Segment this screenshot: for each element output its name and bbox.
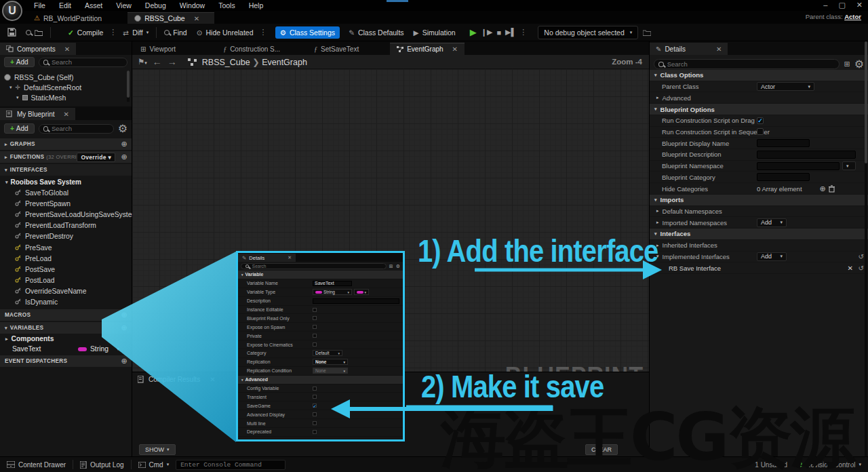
details-search[interactable]	[654, 59, 840, 69]
interface-function-savetoglobal[interactable]: SaveToGlobal	[0, 187, 132, 198]
section-functions[interactable]: ▸ FUNCTIONS (32 OVERRIDABLE) Override ▾ …	[0, 151, 132, 163]
tree-item-static-mesh[interactable]: ▾ StaticMesh	[4, 92, 132, 102]
simulation-button[interactable]: ▶ Simulation	[409, 26, 460, 39]
parent-class-link[interactable]: Actor	[844, 13, 861, 20]
row-advanced-collapsed[interactable]: ▸Advanced	[650, 92, 868, 104]
menu-view[interactable]: View	[116, 1, 132, 9]
tab-rbss-cube[interactable]: RBSS_Cube ✕	[127, 12, 214, 24]
minimize-icon[interactable]: –	[823, 1, 827, 9]
hide-unrelated-button[interactable]: ⊙ Hide Unrelated	[192, 26, 258, 39]
my-blueprint-search-input[interactable]	[52, 125, 109, 132]
inset-search-box[interactable]	[241, 263, 387, 269]
expand-arrow-icon[interactable]: ▾	[16, 95, 19, 100]
menu-tools[interactable]: Tools	[218, 1, 235, 9]
advanced-display-checkbox[interactable]	[313, 412, 317, 416]
row-rb-save-interface[interactable]: RB Save Interface ✕ ↺	[650, 262, 868, 274]
bp-display-name-input[interactable]	[757, 139, 810, 147]
components-search[interactable]	[39, 58, 127, 67]
implemented-interfaces-add-dropdown[interactable]: Add▾	[757, 252, 787, 261]
remove-interface-icon[interactable]: ✕	[848, 264, 853, 272]
display-filter-icon[interactable]: ⊞	[389, 264, 393, 269]
interface-function-postload[interactable]: PostLoad	[0, 275, 132, 286]
inset-category-advanced[interactable]: ▾Advanced	[238, 376, 403, 385]
tab-setsavetext[interactable]: ƒ SetSaveText	[307, 43, 366, 55]
close-icon[interactable]: ✕	[452, 45, 458, 53]
debug-browse-icon[interactable]	[638, 27, 656, 38]
settings-gear-icon[interactable]: ⚙	[854, 58, 864, 71]
console-command-input[interactable]	[176, 460, 285, 470]
interface-function-presave[interactable]: PreSave	[0, 242, 132, 253]
cmd-dropdown[interactable]: Cmd ▾	[132, 457, 176, 472]
add-graph-icon[interactable]: ⊕	[121, 140, 127, 149]
section-graphs[interactable]: ▸ GRAPHS ⊕	[0, 138, 132, 150]
my-blueprint-search[interactable]	[39, 124, 114, 134]
menu-file[interactable]: File	[34, 1, 45, 9]
tab-rb-worldpartition[interactable]: ⚠ RB_WorldPartition	[27, 12, 108, 24]
row-inherited-interfaces[interactable]: ▸Inherited Interfaces	[650, 240, 868, 252]
close-icon[interactable]: ✕	[210, 376, 215, 383]
close-icon[interactable]: ✕	[288, 255, 292, 260]
section-interfaces[interactable]: ▾ INTERFACES	[0, 164, 132, 176]
multi-line-checkbox[interactable]	[313, 421, 317, 425]
close-tab-icon[interactable]: ✕	[194, 15, 199, 22]
eject-button[interactable]: ▶▌	[505, 28, 516, 37]
play-button[interactable]: ▶	[470, 27, 477, 37]
tab-construction-script[interactable]: ƒ Construction S...	[216, 43, 287, 55]
back-arrow-icon[interactable]: ←	[153, 56, 162, 67]
browse-asset-icon[interactable]	[21, 27, 47, 38]
expose-on-spawn-checkbox[interactable]	[313, 325, 317, 329]
interface-function-preventspawn[interactable]: PreventSpawn	[0, 198, 132, 209]
variable-savetext[interactable]: SaveText String ▾	[0, 344, 132, 354]
stop-button[interactable]: ■	[496, 28, 501, 37]
savegame-checkbox[interactable]	[313, 404, 317, 408]
add-variable-icon[interactable]: ⊕	[121, 323, 127, 332]
category-class-options[interactable]: ▾Class Options	[650, 70, 868, 81]
interface-group-header[interactable]: ▾ Rooibos Save System	[0, 176, 132, 187]
config-variable-checkbox[interactable]	[313, 387, 317, 391]
row-imported-namespaces[interactable]: ▸Imported Namespaces Add▾	[650, 217, 868, 229]
close-icon[interactable]: ✕	[64, 45, 70, 53]
tab-eventgraph[interactable]: EventGraph ✕	[390, 43, 465, 55]
variable-name-input[interactable]: SaveText	[313, 281, 352, 286]
imported-namespaces-add-dropdown[interactable]: Add▾	[757, 218, 787, 227]
settings-gear-icon[interactable]: ⚙	[118, 122, 127, 135]
interface-function-preventdestroy[interactable]: PreventDestroy	[0, 231, 132, 242]
hide-unrelated-options-icon[interactable]: ⋮	[260, 28, 267, 37]
class-settings-button[interactable]: ⚙ Class Settings	[275, 26, 340, 39]
compile-button[interactable]: ✓ Compile	[63, 26, 108, 39]
details-scrollbar[interactable]	[865, 41, 867, 456]
expand-arrow-icon[interactable]: ▾	[9, 85, 12, 90]
add-dispatcher-icon[interactable]: ⊕	[121, 357, 127, 366]
trash-icon[interactable]	[829, 185, 835, 193]
row-default-namespaces[interactable]: ▸Default Namespaces	[650, 206, 868, 218]
bp-namespace-input[interactable]	[757, 162, 840, 170]
debug-object-dropdown[interactable]: No debug object selected ▾	[538, 26, 638, 39]
inset-category-variable[interactable]: ▾Variable	[238, 271, 403, 279]
output-log-button[interactable]: Output Log	[73, 457, 130, 472]
tab-compiler-results[interactable]: Compiler Results	[149, 376, 200, 383]
add-component-button[interactable]: +Add	[4, 57, 35, 67]
private-checkbox[interactable]	[313, 334, 317, 338]
close-icon[interactable]: ✕	[716, 45, 722, 53]
breadcrumb-leaf[interactable]: EventGraph	[262, 58, 307, 67]
diff-button[interactable]: ⇄ Diff▾	[118, 26, 153, 39]
add-array-element-icon[interactable]: ⊕	[820, 184, 826, 193]
close-icon[interactable]: ✕	[64, 111, 69, 118]
category-imports[interactable]: ▾Imports	[650, 195, 868, 206]
description-input[interactable]	[313, 298, 399, 304]
interface-function-preload[interactable]: PreLoad	[0, 253, 132, 264]
interface-function-overridesavename[interactable]: OverrideSaveName	[0, 286, 132, 297]
deprecated-checkbox[interactable]	[313, 430, 317, 434]
tab-viewport[interactable]: ⊞ Viewport	[134, 43, 182, 55]
tree-item-root[interactable]: RBSS_Cube (Self)	[4, 72, 132, 82]
compile-options-icon[interactable]: ⋮	[109, 28, 117, 37]
section-event-dispatchers[interactable]: EVENT DISPATCHERS ⊕	[0, 355, 132, 367]
chevron-down-icon[interactable]: ▾	[117, 346, 119, 352]
variable-category-components[interactable]: ▸ Components	[0, 334, 132, 344]
play-options-icon[interactable]: ⋮	[519, 28, 527, 37]
override-dropdown[interactable]: Override ▾	[77, 153, 115, 162]
menu-help[interactable]: Help	[249, 1, 264, 9]
section-variables[interactable]: ▾ VARIABLES ⊕	[0, 322, 132, 334]
bp-description-input[interactable]	[757, 151, 856, 159]
run-cs-drag-checkbox[interactable]	[757, 117, 764, 124]
